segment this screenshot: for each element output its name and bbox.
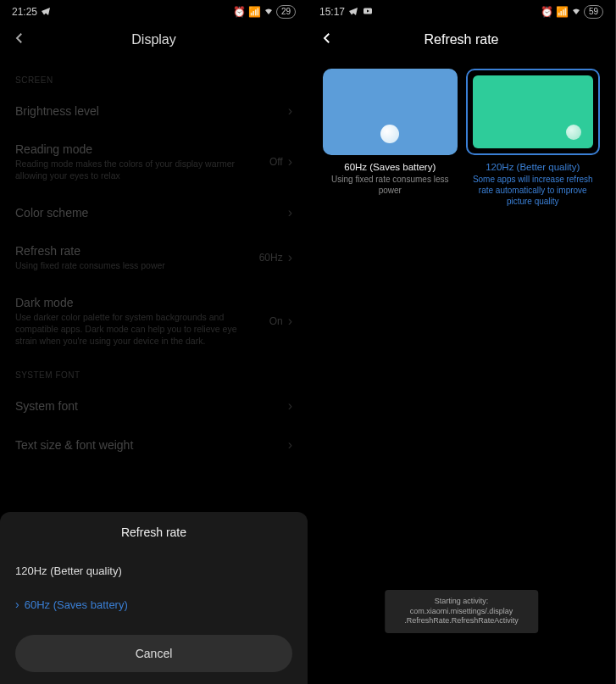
- option-label: 60Hz (Saves battery): [25, 598, 128, 611]
- page-title: Refresh rate: [424, 32, 498, 47]
- header: Refresh rate: [308, 22, 615, 64]
- chevron-right-icon: ›: [288, 398, 292, 414]
- row-title: Text size & font weight: [15, 438, 280, 452]
- color-scheme-row[interactable]: Color scheme ›: [0, 193, 308, 232]
- settings-list: SCREEN Brightness level › Reading mode R…: [0, 64, 308, 464]
- reading-mode-row[interactable]: Reading mode Reading mode makes the colo…: [0, 131, 308, 193]
- alarm-icon: ⏰: [541, 6, 553, 18]
- battery-indicator: 29: [276, 5, 296, 19]
- card-title: 120Hz (Better quality): [486, 162, 580, 172]
- row-title: System font: [15, 399, 280, 413]
- refresh-rate-cards: 60Hz (Saves battery) Using fixed rate co…: [308, 69, 615, 207]
- card-60hz[interactable]: 60Hz (Saves battery) Using fixed rate co…: [323, 69, 458, 207]
- signal-icon: 📶: [556, 6, 569, 18]
- row-subtitle: Using fixed rate consumes less power: [15, 259, 251, 271]
- chevron-right-icon: ›: [288, 154, 292, 170]
- sheet-title: Refresh rate: [15, 526, 292, 539]
- row-value: Off: [269, 156, 283, 168]
- youtube-icon: [362, 6, 374, 19]
- option-60hz[interactable]: 60Hz (Saves battery): [15, 587, 292, 621]
- brightness-row[interactable]: Brightness level ›: [0, 92, 308, 131]
- telegram-icon: [41, 6, 51, 19]
- signal-icon: 📶: [248, 6, 261, 18]
- dark-mode-row[interactable]: Dark mode Use darker color palette for s…: [0, 284, 308, 359]
- card-120hz[interactable]: 120Hz (Better quality) Some apps will in…: [466, 69, 601, 207]
- status-bar: 15:17 ⏰ 📶 59: [308, 0, 615, 22]
- chevron-right-icon: ›: [288, 205, 292, 220]
- status-time: 15:17: [319, 6, 345, 18]
- activity-toast: Starting activity: com.xiaomi.misettings…: [385, 590, 539, 633]
- back-icon[interactable]: [12, 31, 27, 48]
- text-size-row[interactable]: Text size & font weight ›: [0, 425, 308, 464]
- header: Display: [0, 22, 308, 64]
- wifi-icon: [571, 6, 581, 19]
- row-subtitle: Use darker color palette for system back…: [15, 311, 261, 348]
- section-screen: SCREEN: [0, 64, 308, 92]
- row-title: Refresh rate: [15, 244, 251, 258]
- cancel-button[interactable]: Cancel: [15, 635, 292, 672]
- section-font: SYSTEM FONT: [0, 359, 308, 386]
- ball-icon: [380, 125, 399, 143]
- row-value: On: [269, 315, 283, 327]
- chevron-right-icon: ›: [288, 437, 292, 453]
- back-icon[interactable]: [319, 31, 335, 48]
- chevron-right-icon: ›: [288, 250, 292, 265]
- wifi-icon: [264, 6, 274, 19]
- card-preview: [323, 69, 458, 155]
- card-subtitle: Using fixed rate consumes less power: [323, 174, 458, 196]
- card-title: 60Hz (Saves battery): [344, 162, 436, 172]
- status-time: 21:25: [12, 6, 37, 18]
- page-title: Display: [131, 32, 175, 47]
- chevron-right-icon: ›: [288, 103, 292, 119]
- telegram-icon: [348, 6, 358, 19]
- battery-indicator: 59: [584, 5, 603, 19]
- refresh-rate-screen: 15:17 ⏰ 📶 59 Refresh rate 60: [308, 0, 615, 684]
- option-120hz[interactable]: 120Hz (Better quality): [15, 554, 292, 587]
- chevron-right-icon: ›: [288, 314, 292, 329]
- ball-icon: [566, 125, 581, 140]
- row-title: Color scheme: [15, 206, 280, 220]
- system-font-row[interactable]: System font ›: [0, 386, 308, 425]
- row-title: Dark mode: [15, 296, 261, 309]
- row-value: 60Hz: [259, 252, 283, 264]
- row-subtitle: Reading mode makes the colors of your di…: [15, 158, 261, 181]
- card-preview: [466, 69, 601, 155]
- status-bar: 21:25 ⏰ 📶 29: [0, 0, 308, 22]
- alarm-icon: ⏰: [233, 6, 246, 18]
- row-title: Reading mode: [15, 142, 261, 156]
- display-settings-screen: 21:25 ⏰ 📶 29 Display SCREEN Brightness l…: [0, 0, 308, 684]
- row-title: Brightness level: [15, 104, 280, 118]
- card-subtitle: Some apps will increase refresh rate aut…: [466, 174, 601, 207]
- refresh-rate-sheet: Refresh rate 120Hz (Better quality) 60Hz…: [0, 512, 308, 684]
- refresh-rate-row[interactable]: Refresh rate Using fixed rate consumes l…: [0, 232, 308, 283]
